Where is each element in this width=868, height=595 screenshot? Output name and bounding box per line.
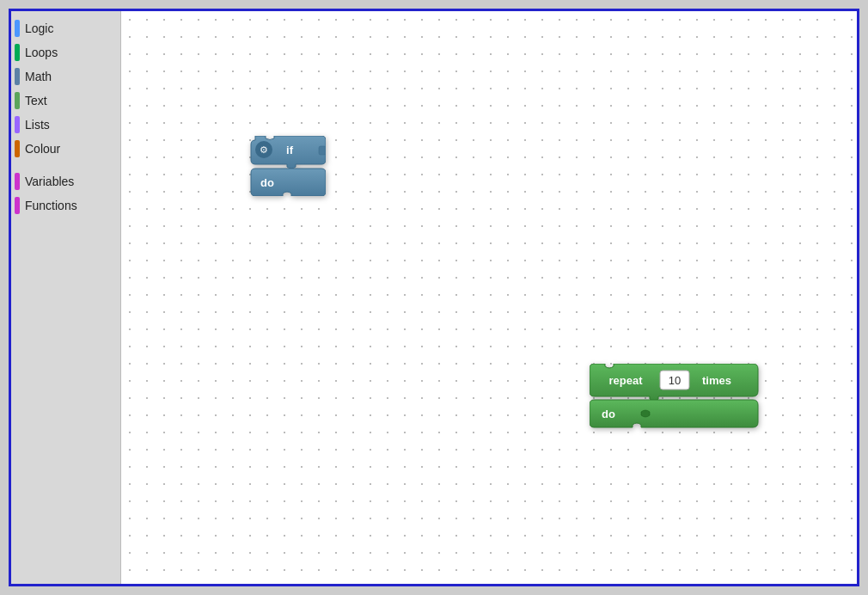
svg-text:⚙: ⚙	[260, 144, 268, 155]
math-color-bar	[15, 68, 20, 85]
variables-color-bar	[15, 173, 20, 190]
functions-color-bar	[15, 197, 20, 214]
sidebar-item-label-text: Text	[25, 94, 47, 107]
logic-color-bar	[15, 20, 20, 37]
sidebar-item-label-functions: Functions	[25, 199, 77, 212]
loops-color-bar	[15, 44, 20, 61]
workspace[interactable]: ⚙ if do	[121, 11, 857, 584]
text-color-bar	[15, 92, 20, 109]
sidebar-item-variables[interactable]: Variables	[11, 169, 120, 193]
sidebar-item-label-math: Math	[25, 70, 52, 83]
sidebar-item-label-colour: Colour	[25, 142, 60, 156]
colour-color-bar	[15, 140, 20, 157]
repeat-block[interactable]: repeat 10 times do	[590, 364, 761, 432]
sidebar-item-math[interactable]: Math	[11, 64, 120, 89]
repeat-do-label: do	[602, 408, 615, 420]
sidebar-item-label-variables: Variables	[25, 175, 74, 188]
sidebar-item-colour[interactable]: Colour	[11, 137, 120, 161]
repeat-value: 10	[669, 374, 681, 387]
sidebar-item-label-logic: Logic	[25, 21, 53, 35]
times-label: times	[702, 374, 731, 387]
sidebar-item-lists[interactable]: Lists	[11, 113, 120, 137]
sidebar-item-loops[interactable]: Loops	[11, 40, 120, 64]
if-label: if	[286, 144, 294, 156]
repeat-label: repeat	[608, 374, 643, 387]
svg-rect-2	[319, 146, 326, 155]
sidebar-item-text[interactable]: Text	[11, 89, 120, 113]
sidebar-spacer	[11, 161, 120, 169]
sidebar-item-functions[interactable]: Functions	[11, 193, 120, 218]
sidebar: Logic Loops Math Text Lists Colour	[11, 11, 121, 584]
if-do-label: do	[260, 176, 274, 189]
main-frame: Logic Loops Math Text Lists Colour	[9, 9, 859, 586]
if-block[interactable]: ⚙ if do	[248, 136, 326, 199]
sidebar-item-label-lists: Lists	[25, 118, 50, 132]
sidebar-item-logic[interactable]: Logic	[11, 16, 120, 40]
sidebar-item-label-loops: Loops	[25, 46, 58, 59]
lists-color-bar	[15, 116, 20, 133]
